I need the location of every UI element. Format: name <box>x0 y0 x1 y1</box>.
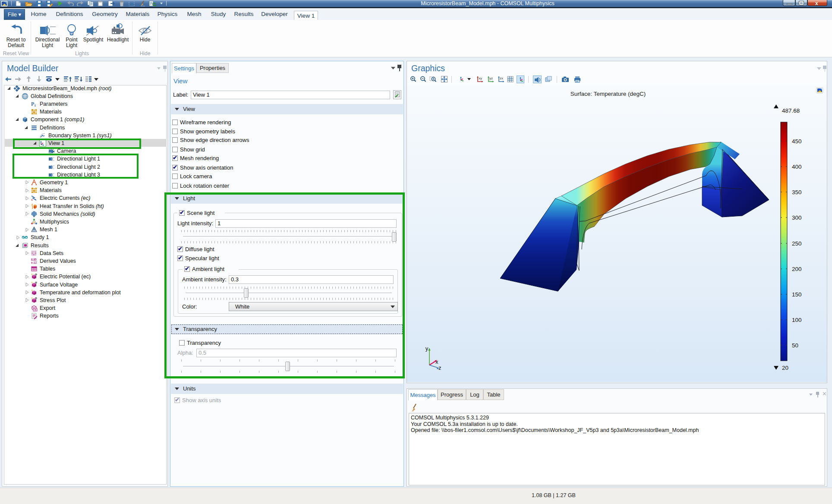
svg-text:zx: zx <box>500 76 503 80</box>
svg-text:450: 450 <box>792 138 802 145</box>
svg-text:z: z <box>438 365 441 371</box>
svg-text:487.68: 487.68 <box>782 107 800 114</box>
svg-text:e-12: e-12 <box>31 261 37 264</box>
svg-text:+: + <box>31 198 33 202</box>
svg-text:200: 200 <box>792 266 802 272</box>
svg-text:8.85: 8.85 <box>31 258 37 261</box>
svg-text:350: 350 <box>792 189 802 195</box>
svg-text:150: 150 <box>792 291 802 298</box>
svg-text:yz: yz <box>489 76 493 80</box>
svg-text:x: x <box>435 359 438 365</box>
svg-text:400: 400 <box>792 164 802 170</box>
svg-text:300: 300 <box>792 214 802 221</box>
svg-text:i: i <box>35 103 36 107</box>
svg-text:Surface: Temperature (degC): Surface: Temperature (degC) <box>570 91 646 97</box>
svg-text:100: 100 <box>792 317 802 323</box>
svg-text:250: 250 <box>792 240 802 247</box>
svg-text:xy: xy <box>479 76 482 80</box>
svg-text:_: _ <box>34 198 36 202</box>
svg-text:y: y <box>425 345 429 352</box>
svg-text:20: 20 <box>782 365 788 371</box>
svg-text:P: P <box>31 101 34 107</box>
svg-text:50: 50 <box>792 342 798 349</box>
